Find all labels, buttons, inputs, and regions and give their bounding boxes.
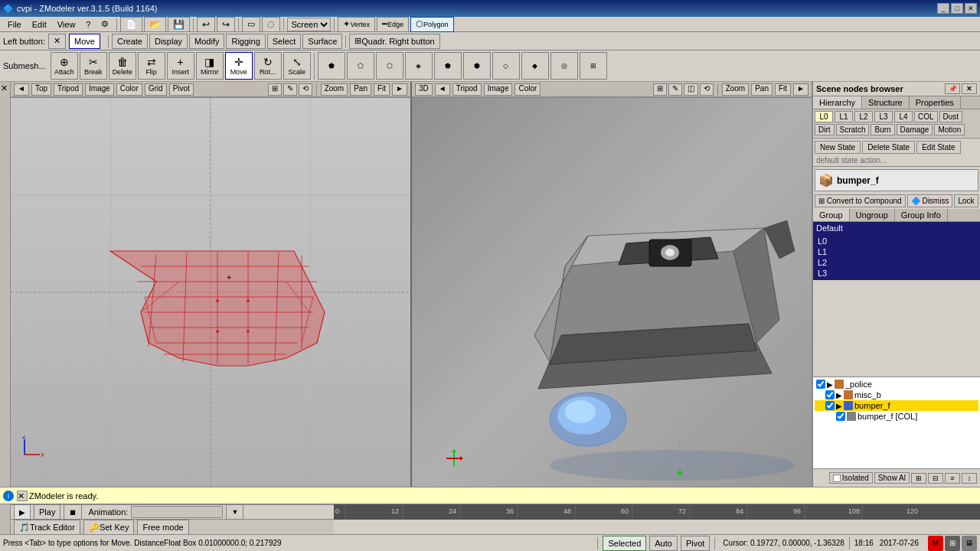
flip-tool[interactable]: ⇄ Flip [138,52,165,80]
scale-tool[interactable]: ⤡ Scale [283,52,311,80]
surface-mode-btn[interactable]: Surface [302,34,342,49]
tree-item-bumper-f[interactable]: ▶ bumper_f [815,400,978,411]
left-vp-grid[interactable]: Grid [145,83,167,96]
extra-tool-6[interactable]: ⬢ [463,52,491,80]
right-vp-3d[interactable]: 3D [415,83,433,96]
right-vp-image[interactable]: Image [484,83,513,96]
right-vp-color[interactable]: Color [514,83,541,96]
tab-hierarchy[interactable]: Hierarchy [813,96,862,109]
delete-tool[interactable]: 🗑 Delete [109,52,136,80]
extra-tool-4[interactable]: ◈ [405,52,433,80]
panel-close[interactable]: ✕ [962,83,977,94]
layer-L3[interactable]: L3 [874,111,893,122]
auto-btn[interactable]: Auto [649,536,678,551]
left-vp-extra[interactable]: ► [392,83,407,96]
layer-Dirt[interactable]: Dirt [815,124,835,135]
right-vp-pan[interactable]: Pan [751,83,773,96]
free-mode-btn[interactable]: Free mode [137,520,188,535]
mirror-tool[interactable]: ◨ Mirror [196,52,224,80]
taskbar-icon-gray[interactable]: 🖥 [962,536,977,551]
layer-list-L2[interactable]: L2 [816,257,977,268]
layer-list-L1[interactable]: L1 [816,246,977,257]
edge-mode-btn[interactable]: ━ Edge [377,17,409,32]
layer-L0[interactable]: L0 [815,111,833,122]
attach-tool[interactable]: ⊕ Attach [51,52,78,80]
toolbar-redo[interactable]: ↪ [217,17,235,32]
extra-tool-9[interactable]: ◎ [550,52,578,80]
taskbar-icon-red[interactable]: M [928,536,943,551]
tree-checkbox-bumper-f-col[interactable] [836,412,845,421]
right-vp-icon4[interactable]: ⟲ [700,83,714,96]
show-all-button[interactable]: Show Al [874,472,910,484]
left-vp-icon1[interactable]: ⊞ [268,83,282,96]
anim-stop[interactable]: ⏹ [64,504,82,520]
break-tool[interactable]: ✂ Break [80,52,107,80]
lock-btn[interactable]: Lock [954,194,978,207]
tree-checkbox-police[interactable] [816,380,825,389]
layer-L4[interactable]: L4 [894,111,913,122]
modify-mode-btn[interactable]: Modify [189,34,224,49]
window-controls[interactable]: _ □ ✕ [937,3,977,14]
left-vp-fit[interactable]: Fit [374,83,390,96]
left-vp-pivot[interactable]: Pivot [169,83,194,96]
vertex-mode-btn[interactable]: ✦ Vertex [338,17,375,32]
close-button[interactable]: ✕ [965,3,977,14]
ungroup-tab[interactable]: Ungroup [850,209,895,221]
create-mode-btn[interactable]: Create [112,34,148,49]
anim-dropdown[interactable]: ▼ [226,504,243,520]
extra-tool-2[interactable]: ⬠ [347,52,374,80]
taskbar-icon-dark[interactable]: ⊞ [945,536,960,551]
edit-state-btn[interactable]: Edit State [916,141,960,154]
left-vp-arrow[interactable]: ◄ [14,83,29,96]
tree-item-bumper-f-col[interactable]: bumper_f [COL] [815,411,978,422]
left-vp-color[interactable]: Color [116,83,142,96]
tree-item-police[interactable]: ▶ _police [815,379,978,390]
sidebar-collapse[interactable]: ✕ [1,83,10,93]
layer-list-L0[interactable]: L0 [816,236,977,246]
right-vp-arrow[interactable]: ◄ [435,83,450,96]
menu-view[interactable]: View [53,19,80,30]
tree-checkbox-misc-b[interactable] [825,390,835,399]
move-mode-btn[interactable]: Move [69,34,100,49]
layer-list-L3[interactable]: L3 [816,268,977,279]
minimize-button[interactable]: _ [937,3,949,14]
menu-help[interactable]: ? [81,19,95,30]
extra-tool-7[interactable]: ◇ [492,52,520,80]
layer-Motion[interactable]: Motion [934,124,965,135]
panel-bottom-icon1[interactable]: ⊞ [911,473,926,484]
timeline[interactable]: 0 12 24 36 48 60 72 84 96 108 [334,504,980,520]
track-editor-btn[interactable]: 🎵 Track Editor [14,520,80,535]
toolbar-save[interactable]: 💾 [168,17,190,32]
rotate-tool[interactable]: ↻ Rot... [254,52,282,80]
right-vp-icon1[interactable]: ⊞ [653,83,667,96]
panel-pin[interactable]: 📌 [945,83,960,94]
left-vp-zoom[interactable]: Zoom [321,83,348,96]
right-vp-zoom[interactable]: Zoom [722,83,750,96]
screen-dropdown[interactable]: Screen [287,18,331,31]
extra-tool-1[interactable]: ⬟ [318,52,345,80]
pivot-btn[interactable]: Pivot [681,536,710,551]
toolbar-select-lasso[interactable]: ◌ [262,17,280,32]
left-vp-icon3[interactable]: ⟲ [299,83,312,96]
tree-checkbox-bumper-f[interactable] [825,401,835,410]
layer-Dust[interactable]: Dust [939,111,963,122]
left-vp-view[interactable]: Top [31,83,51,96]
maximize-button[interactable]: □ [951,3,963,14]
left-vp-pan[interactable]: Pan [350,83,371,96]
rigging-mode-btn[interactable]: Rigging [226,34,265,49]
menu-edit[interactable]: Edit [28,19,51,30]
layer-L1[interactable]: L1 [835,111,853,122]
select-mode-btn[interactable]: Select [267,34,302,49]
isolated-button[interactable]: Isolated [829,472,873,484]
layer-COL[interactable]: COL [914,111,938,122]
insert-tool[interactable]: + Insert [167,52,194,80]
toolbar-select-rect[interactable]: ▭ [242,17,260,32]
tab-structure[interactable]: Structure [862,96,910,109]
left-vp-image[interactable]: Image [85,83,114,96]
left-vp-tripod[interactable]: Tripod [54,83,83,96]
panel-bottom-icon3[interactable]: ≡ [945,473,960,484]
extra-tool-10[interactable]: ⊞ [580,52,607,80]
right-viewport[interactable] [412,98,812,487]
move-tool[interactable]: ✛ Move [225,52,253,80]
layer-L2[interactable]: L2 [854,111,873,122]
